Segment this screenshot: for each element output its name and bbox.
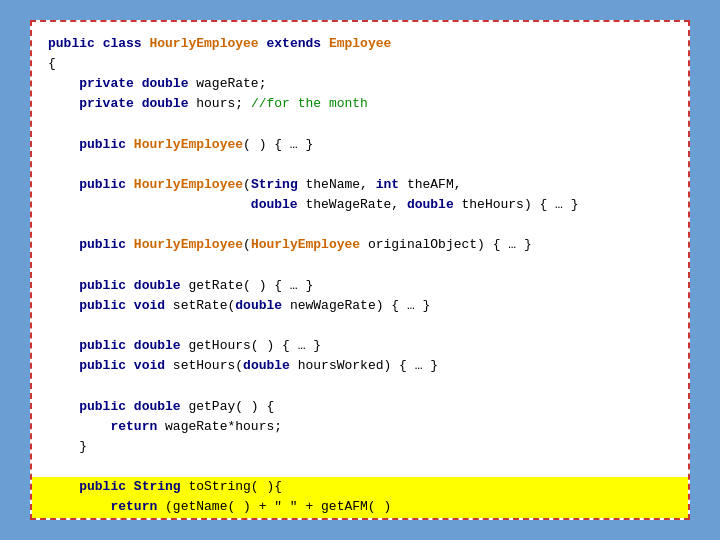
code-line: public HourlyEmployee( ) { … }	[48, 135, 672, 155]
code-line: {	[48, 54, 672, 74]
code-line: public String toString( ){	[32, 477, 688, 497]
code-line: public double getHours( ) { … }	[48, 336, 672, 356]
code-container: public class HourlyEmployee extends Empl…	[30, 20, 690, 520]
code-line: public double getRate( ) { … }	[48, 276, 672, 296]
code-line: public double getPay( ) {	[48, 397, 672, 417]
code-line	[48, 215, 672, 235]
code-line: return (getName( ) + " " + getAFM( )	[32, 497, 688, 517]
code-line: double theWageRate, double theHours) { ……	[48, 195, 672, 215]
code-line: }	[48, 437, 672, 457]
code-line	[48, 155, 672, 175]
code-line: + "\n$" + wageRate + " per hour for " + …	[32, 517, 688, 520]
code-line: public HourlyEmployee(String theName, in…	[48, 175, 672, 195]
code-line: return wageRate*hours;	[48, 417, 672, 437]
code-line	[48, 115, 672, 135]
code-line: public class HourlyEmployee extends Empl…	[48, 34, 672, 54]
code-line: public void setRate(double newWageRate) …	[48, 296, 672, 316]
code-line: private double hours; //for the month	[48, 94, 672, 114]
code-line: public HourlyEmployee(HourlyEmployee ori…	[48, 235, 672, 255]
code-block: public class HourlyEmployee extends Empl…	[48, 34, 672, 520]
code-line	[48, 376, 672, 396]
code-line	[48, 316, 672, 336]
code-line: public void setHours(double hoursWorked)…	[48, 356, 672, 376]
code-line	[48, 457, 672, 477]
code-line	[48, 256, 672, 276]
code-line: private double wageRate;	[48, 74, 672, 94]
